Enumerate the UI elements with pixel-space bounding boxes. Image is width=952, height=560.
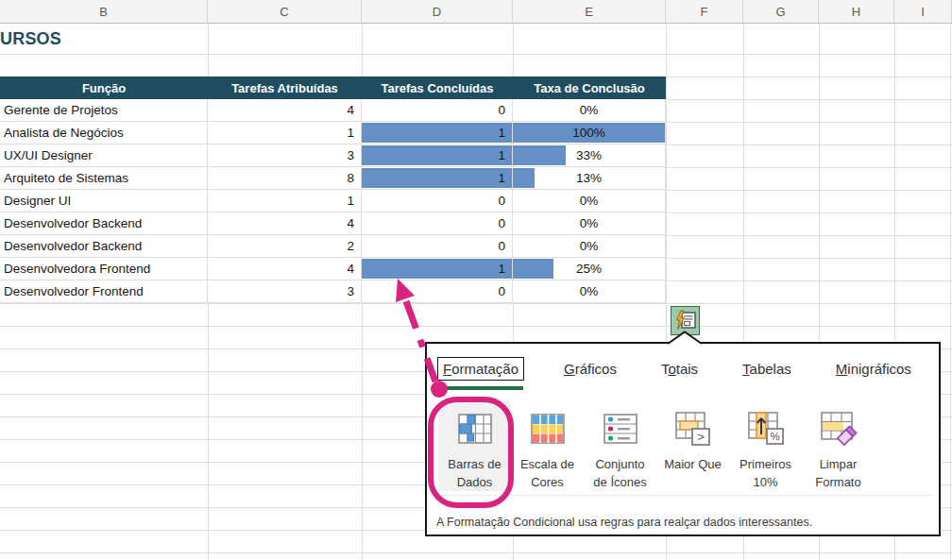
taxa-conclusao-cell[interactable]: 0% <box>513 212 666 234</box>
table-row: Gerente de Projetos 4 0 0% <box>0 99 666 122</box>
column-header-e[interactable]: E <box>513 0 666 23</box>
funcao-cell[interactable]: UX/UI Designer <box>0 144 208 166</box>
icon-set-icon <box>602 411 639 449</box>
column-header-h[interactable]: H <box>819 0 894 23</box>
funcao-cell[interactable]: Analista de Negócios <box>0 122 208 144</box>
header-funcao[interactable]: Função <box>0 76 208 99</box>
tarefas-atribuidas-cell[interactable]: 4 <box>208 212 362 234</box>
data-bar <box>362 145 512 165</box>
taxa-conclusao-cell[interactable]: 0% <box>513 99 666 121</box>
table-row: UX/UI Designer 3 1 33% <box>0 144 666 167</box>
gridline <box>950 24 951 560</box>
data-bar <box>513 168 535 188</box>
popup-footer-text: A Formatação Condicional usa regras para… <box>436 516 812 529</box>
popup-tail <box>666 331 704 345</box>
data-bar <box>513 145 566 165</box>
funcao-cell[interactable]: Desenvolvedora Frontend <box>0 258 208 280</box>
header-taxa-de-conclusao[interactable]: Taxa de Conclusão <box>513 76 666 99</box>
tarefas-atribuidas-cell[interactable]: 1 <box>208 190 362 212</box>
qa-item-conjunto-de-icones[interactable]: Conjuntode Ícones <box>584 400 656 491</box>
table-row: Desenvolvedor Backend 4 0 0% <box>0 212 666 235</box>
quick-analysis-popup: Formatação Gráficos Totais Tabelas Minig… <box>425 342 941 536</box>
tarefas-concluidas-cell[interactable]: 0 <box>362 235 513 257</box>
taxa-conclusao-cell[interactable]: 13% <box>513 167 666 189</box>
header-tarefas-atribuidas[interactable]: Tarefas Atribuídas <box>208 76 362 99</box>
tarefas-concluidas-cell[interactable]: 0 <box>362 280 513 302</box>
greater-than-icon: > <box>673 410 713 450</box>
funcao-cell[interactable]: Arquiteto de Sistemas <box>0 167 208 189</box>
data-bars-icon <box>456 411 494 449</box>
header-tarefas-concluidas[interactable]: Tarefas Concluídas <box>362 76 513 99</box>
column-header-d[interactable]: D <box>362 0 513 23</box>
taxa-conclusao-cell[interactable]: 33% <box>513 144 666 166</box>
tarefas-concluidas-cell[interactable]: 0 <box>362 190 513 212</box>
tarefas-atribuidas-cell[interactable]: 2 <box>208 235 362 257</box>
gridline <box>0 552 952 553</box>
tarefas-atribuidas-cell[interactable]: 4 <box>208 258 362 280</box>
data-bar <box>362 168 512 188</box>
quick-analysis-lightning-icon <box>674 310 697 331</box>
qa-item-limpar-formato[interactable]: LimparFormato <box>802 400 875 491</box>
tarefas-concluidas-cell[interactable]: 1 <box>362 144 513 166</box>
top-ten-percent-icon: % <box>746 410 786 450</box>
gridline <box>0 303 952 304</box>
funcao-cell[interactable]: Desenvolvedor Frontend <box>0 280 208 302</box>
svg-text:%: % <box>770 431 779 442</box>
funcao-cell[interactable]: Desenvolvedor Backend <box>0 235 208 257</box>
data-bar <box>513 259 553 279</box>
table-row: Desenvolvedor Backend 2 0 0% <box>0 235 666 258</box>
tarefas-concluidas-cell[interactable]: 0 <box>362 99 513 121</box>
tab-tabelas[interactable]: Tabelas <box>738 358 796 380</box>
gridline <box>0 326 952 327</box>
tarefas-concluidas-cell[interactable]: 1 <box>362 167 513 189</box>
tab-minigraficos[interactable]: Minigráficos <box>831 358 916 380</box>
tab-formatacao[interactable]: Formatação <box>437 357 524 381</box>
column-header-f[interactable]: F <box>666 0 743 23</box>
qa-item-escala-de-cores[interactable]: Escala deCores <box>511 400 584 491</box>
gridline <box>0 54 952 55</box>
table-row: Desenvolvedora Frontend 4 1 25% <box>0 258 666 280</box>
tarefas-concluidas-cell[interactable]: 1 <box>362 258 513 280</box>
funcao-cell[interactable]: Desenvolvedor Backend <box>0 212 208 234</box>
taxa-conclusao-cell[interactable]: 0% <box>513 190 666 212</box>
taxa-conclusao-cell[interactable]: 100% <box>513 122 666 144</box>
data-bar <box>362 259 512 279</box>
sheet-title[interactable]: URSOS <box>0 29 61 49</box>
column-header-strip: BCDEFGHI <box>0 0 952 24</box>
funcao-cell[interactable]: Gerente de Projetos <box>0 99 208 121</box>
selected-tab-underline <box>442 386 523 390</box>
table-header-row: Função Tarefas Atribuídas Tarefas Conclu… <box>0 76 666 99</box>
popup-separator <box>433 495 933 496</box>
tab-totais[interactable]: Totais <box>656 358 703 380</box>
column-header-i[interactable]: I <box>894 0 952 23</box>
tarefas-atribuidas-cell[interactable]: 1 <box>208 122 362 144</box>
qa-item-primeiros-10[interactable]: % Primeiros10% <box>729 400 802 491</box>
qa-item-maior-que[interactable]: > Maior Que <box>656 400 729 491</box>
color-scale-icon <box>529 411 567 449</box>
resources-table: Função Tarefas Atribuídas Tarefas Conclu… <box>0 76 666 303</box>
table-row: Desenvolvedor Frontend 3 0 0% <box>0 280 666 303</box>
table-row: Analista de Negócios 1 1 100% <box>0 122 666 144</box>
funcao-cell[interactable]: Designer UI <box>0 190 208 212</box>
clear-format-icon <box>819 410 858 450</box>
tarefas-atribuidas-cell[interactable]: 4 <box>208 99 362 121</box>
table-row: Designer UI 1 0 0% <box>0 190 666 212</box>
tarefas-atribuidas-cell[interactable]: 8 <box>208 167 362 189</box>
tarefas-atribuidas-cell[interactable]: 3 <box>208 144 362 166</box>
tarefas-concluidas-cell[interactable]: 0 <box>362 212 513 234</box>
taxa-conclusao-cell[interactable]: 0% <box>513 280 666 302</box>
qa-item-barras-de-dados[interactable]: Barras deDados <box>438 400 511 491</box>
tarefas-atribuidas-cell[interactable]: 3 <box>208 280 362 302</box>
column-header-b[interactable]: B <box>0 0 208 23</box>
taxa-conclusao-cell[interactable]: 0% <box>513 235 666 257</box>
column-header-g[interactable]: G <box>743 0 819 23</box>
tarefas-concluidas-cell[interactable]: 1 <box>362 122 513 144</box>
svg-text:>: > <box>697 430 705 444</box>
column-header-c[interactable]: C <box>208 0 362 23</box>
taxa-conclusao-cell[interactable]: 25% <box>513 258 666 280</box>
tab-graficos[interactable]: Gráficos <box>559 358 621 380</box>
table-row: Arquiteto de Sistemas 8 1 13% <box>0 167 666 190</box>
data-bar <box>362 123 512 143</box>
